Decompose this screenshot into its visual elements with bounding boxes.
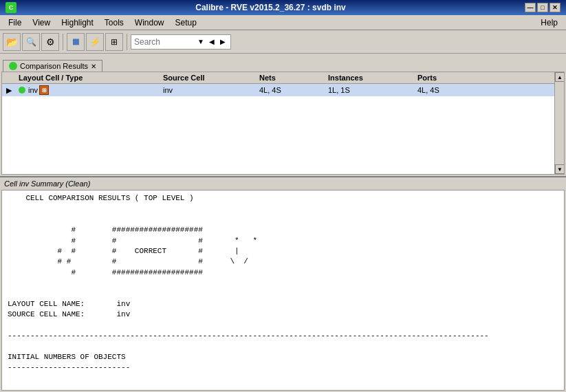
main-content: Comparison Results ✕ Layout Cell / Type … [0, 54, 566, 392]
search-next-icon[interactable]: ▶ [218, 37, 228, 47]
toolbar-separator-2 [127, 34, 127, 50]
menu-tools[interactable]: Tools [99, 17, 129, 29]
table-header: Layout Cell / Type Source Cell Nets Inst… [2, 72, 564, 84]
search-container: ▼ ◀ ▶ [131, 34, 231, 50]
row-nets-cell: 4L, 4S [257, 86, 325, 94]
col-nets-header: Nets [257, 74, 325, 82]
table-scrollbar[interactable]: ▲ ▼ [554, 72, 564, 174]
titlebar: C Calibre - RVE v2015.2_36.27 : svdb inv… [0, 0, 566, 15]
search-input[interactable] [134, 37, 196, 47]
scroll-up-button[interactable]: ▲ [555, 72, 565, 82]
top-panel: Comparison Results ✕ Layout Cell / Type … [0, 54, 566, 177]
tab-close-icon[interactable]: ✕ [91, 63, 96, 70]
menubar: File View Highlight Tools Window Setup H… [0, 15, 566, 30]
menu-setup[interactable]: Setup [170, 17, 202, 29]
tab-status-icon [9, 62, 17, 70]
maximize-button[interactable]: □ [537, 3, 548, 12]
table-area: Layout Cell / Type Source Cell Nets Inst… [1, 72, 565, 175]
menu-view[interactable]: View [27, 17, 56, 29]
layout-button[interactable]: ▦ [67, 33, 85, 51]
search-dropdown-icon[interactable]: ▼ [197, 38, 206, 45]
scroll-down-button[interactable]: ▼ [555, 164, 565, 174]
bottom-panel-title: Cell inv Summary (Clean) [0, 177, 566, 190]
summary-text-area[interactable]: CELL COMPARISON RESULTS ( TOP LEVEL ) # … [1, 190, 565, 391]
search-prev-icon[interactable]: ◀ [207, 37, 217, 47]
comparison-results-tab[interactable]: Comparison Results ✕ [3, 60, 102, 72]
filter-button[interactable]: ⚡ [86, 33, 104, 51]
row-expand: ▶ [2, 86, 16, 95]
col-ports-header: Ports [415, 74, 564, 82]
col-source-header: Source Cell [160, 74, 257, 82]
window-title: Calibre - RVE v2015.2_36.27 : svdb inv [17, 3, 525, 12]
row-ports-cell: 4L, 4S [415, 86, 564, 94]
row-status-dot [19, 87, 25, 94]
bottom-panel: Cell inv Summary (Clean) CELL COMPARISON… [0, 177, 566, 392]
menu-file[interactable]: File [3, 17, 27, 29]
layout-cell-name: inv [28, 86, 38, 94]
col-layout-header: Layout Cell / Type [16, 74, 160, 82]
tab-bar: Comparison Results ✕ [0, 54, 566, 72]
col-expand [2, 74, 16, 82]
open-button[interactable]: 📂 [3, 33, 21, 51]
close-button[interactable]: ✕ [549, 3, 560, 12]
menu-highlight[interactable]: Highlight [56, 17, 99, 29]
inv-type-icon: ⊞ [39, 85, 49, 95]
settings-button[interactable]: ⚙ [41, 33, 59, 51]
tab-label: Comparison Results [20, 62, 88, 70]
row-source-cell: inv [160, 86, 257, 94]
minimize-button[interactable]: — [525, 3, 536, 12]
menu-help[interactable]: Help [535, 17, 563, 29]
window-controls: — □ ✕ [525, 3, 560, 12]
toolbar-separator-1 [63, 34, 63, 50]
titlebar-icon: C [6, 2, 17, 13]
toolbar: 📂 🔍 ⚙ ▦ ⚡ ⊞ ▼ ◀ ▶ [0, 30, 566, 54]
search-button[interactable]: 🔍 [22, 33, 40, 51]
compare-button[interactable]: ⊞ [105, 33, 123, 51]
col-instances-header: Instances [325, 74, 415, 82]
cell-inv: inv ⊞ [19, 85, 160, 95]
table-row[interactable]: ▶ inv ⊞ inv 4L, 4S 1L, 1S 4L, 4S [2, 84, 564, 96]
row-layout-cell: inv ⊞ [16, 85, 160, 95]
menu-window[interactable]: Window [129, 17, 170, 29]
row-instances-cell: 1L, 1S [325, 86, 415, 94]
